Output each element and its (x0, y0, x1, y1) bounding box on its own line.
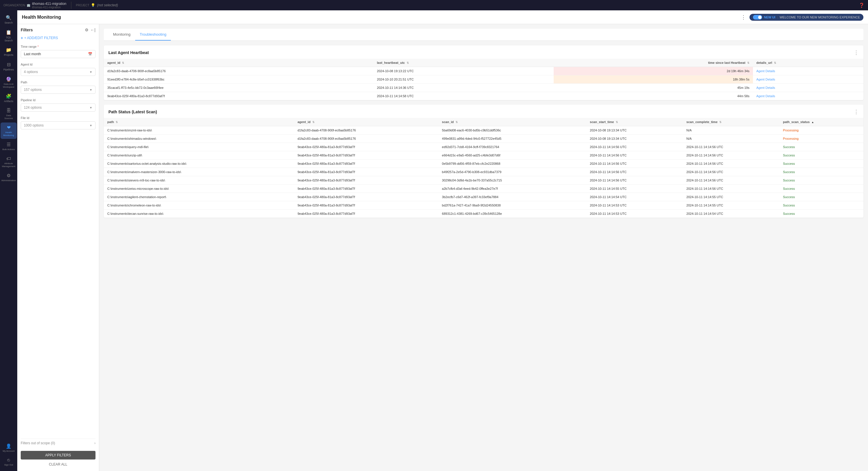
ps-scan-complete: 2024-10-11 14:14:56 UTC (683, 185, 780, 193)
nav-item-search[interactable]: 🔍 Search (1, 13, 17, 27)
nav-item-administration[interactable]: ⚙ Administration (1, 170, 17, 184)
header-menu-icon[interactable]: ⋮ (740, 13, 747, 22)
ps-path: C:\instruments\chromeleon-raw-to-ids\ (104, 201, 294, 210)
help-icon[interactable]: ❓ (859, 3, 865, 8)
pipeline-id-label: Pipeline Id (21, 98, 95, 102)
nav-item-data-ai[interactable]: 🔮 Data & AI Workspace (1, 74, 17, 91)
ps-scan-start: 2024-10-08 19:13:34 UTC (586, 126, 683, 134)
sign-out-icon: ⎋ (7, 458, 10, 463)
heartbeat-section: Last Agent Heartbeat ⋮ agent_id ⇅ last_h… (104, 45, 863, 100)
org-label: ORGANIZATION (3, 4, 25, 7)
ps-scan-status: Success (779, 210, 863, 218)
heartbeat-agent-id: 91eed3f0-e784-4c8e-b5ef-cc01938f63bc (104, 75, 374, 84)
ps-scan-id: 30298c04-3d9d-4a1b-be70-337a55c2c715 (439, 176, 586, 185)
main-wrapper: Health Monitoring ⋮ NEW UI | WELCOME TO … (17, 10, 868, 471)
ps-scan-start: 2024-10-11 14:14:55 UTC (586, 185, 683, 193)
ps-scan-id: 5ba69d08-eac6-4030-bd5b-c9b51ddf536c (439, 126, 586, 134)
nav-label-bulk-actions: Bulk Actions (2, 148, 15, 151)
col-scan-start: scan_start_time ⇅ (586, 118, 683, 126)
heartbeat-utc: 2024-10-10 20:21:51 UTC (374, 75, 554, 84)
table-row: C:\instruments\agilent-chemstation-repor… (104, 193, 863, 201)
filter-collapse-icon[interactable]: ←| (90, 28, 95, 32)
nav-item-data-sources[interactable]: 🗄 Data Sources (1, 106, 17, 122)
body-layout: Filters ⚙ ←| + + ADD/EDIT FILTERS Time r… (17, 24, 868, 471)
tab-monitoring[interactable]: Monitoring (108, 29, 135, 40)
toggle-knob (758, 15, 762, 19)
heartbeat-details-url[interactable]: Agent Details (753, 84, 863, 92)
ps-scan-start: 2024-10-11 14:14:53 UTC (586, 201, 683, 210)
project-icon: 💡 (91, 3, 95, 7)
nav-label-search: Search (5, 21, 13, 25)
heartbeat-utc: 2024-10-08 19:13:22 UTC (374, 67, 554, 75)
heartbeat-details-url[interactable]: Agent Details (753, 75, 863, 84)
file-id-select[interactable]: 1000 options ▼ (21, 121, 95, 129)
nav-item-attribute-management[interactable]: 🏷 Attribute Management (1, 154, 17, 170)
table-row: C:\instruments\sartorius-octet-analysis-… (104, 160, 863, 168)
my-account-icon: 👤 (6, 443, 11, 449)
nav-item-projects[interactable]: 📁 Projects (1, 45, 17, 59)
ps-scan-start: 2024-10-08 19:13:34 UTC (586, 134, 683, 143)
ps-agent-id: 9eab43ce-025f-480a-81a3-8c877d93af7f (294, 210, 438, 218)
ps-path: C:\instruments\query-mdl-file\ (104, 143, 294, 151)
table-row: 91eed3f0-e784-4c8e-b5ef-cc01938f63bc 202… (104, 75, 863, 84)
apply-filters-button[interactable]: APPLY FILTERS (21, 451, 95, 460)
table-row: d1fa2c83-daab-4708-900f-ec8aa5b85176 202… (104, 67, 863, 75)
heartbeat-details-url[interactable]: Agent Details (753, 67, 863, 75)
pipeline-id-select[interactable]: 124 options ▼ (21, 103, 95, 112)
org-name: ithomas-411-migration (32, 2, 66, 6)
toggle-switch[interactable] (753, 15, 762, 20)
org-sub: ithomas-411-migration (32, 6, 66, 9)
main-content: Monitoring Troubleshooting Last Agent He… (99, 24, 868, 471)
nav-item-pipelines[interactable]: ⊟ Pipelines (1, 60, 17, 73)
heartbeat-agent-id: d1fa2c83-daab-4708-900f-ec8aa5b85176 (104, 67, 374, 75)
artifacts-icon: 🧩 (6, 93, 11, 99)
nav-item-sign-out[interactable]: ⎋ Sign Out (1, 455, 17, 469)
calendar-icon: 📅 (88, 52, 92, 56)
col-details: details_url ⇅ (753, 59, 863, 67)
filters-sidebar: Filters ⚙ ←| + + ADD/EDIT FILTERS Time r… (17, 24, 99, 471)
nav-item-artifacts[interactable]: 🧩 Artifacts (1, 91, 17, 105)
nav-label-pipelines: Pipelines (3, 68, 14, 71)
ps-scan-id: 499e0831-a99d-4ded-94c0-f527722e45d5 (439, 134, 586, 143)
filters-out-of-scope[interactable]: Filters out of scope (0) › (21, 439, 95, 447)
heartbeat-details-url[interactable]: Agent Details (753, 92, 863, 100)
ps-agent-id: 9eab43ce-025f-480a-81a3-8c877d93af7f (294, 168, 438, 176)
filters-icons: ⚙ ←| (85, 28, 95, 32)
ps-scan-status: Success (779, 160, 863, 168)
path-status-section-header: Path Status (Latest Scan) ⋮ (104, 105, 863, 118)
ps-scan-start: 2024-10-11 14:14:56 UTC (586, 160, 683, 168)
col-time-since: time since last Heartbeat ⇅ (554, 59, 753, 67)
nav-item-my-account[interactable]: 👤 My Account (1, 441, 17, 455)
ps-scan-status: Processing (779, 126, 863, 134)
nav-label-data-sources: Data Sources (2, 114, 16, 120)
heartbeat-menu-icon[interactable]: ⋮ (854, 50, 859, 56)
nav-item-sql-search[interactable]: 📋 SQL Search (1, 27, 17, 44)
new-ui-message: WELCOME TO OUR NEW MONITORING EXPERIENCE (780, 15, 860, 19)
path-select[interactable]: 157 options ▼ (21, 86, 95, 94)
table-row: C:\instruments\query-mdl-file\ 9eab43ce-… (104, 143, 863, 151)
heartbeat-time-since: 2d 19h 46m 34s (554, 67, 753, 75)
filter-settings-icon[interactable]: ⚙ (85, 28, 89, 32)
ps-scan-id: 689312c1-4381-4269-bd67-c39c5465128e (439, 210, 586, 218)
agent-id-select[interactable]: 4 options ▼ (21, 68, 95, 76)
ps-scan-status: Success (779, 176, 863, 185)
table-row: C:\instruments\chromeleon-raw-to-ids\ 9e… (104, 201, 863, 210)
clear-all-button[interactable]: CLEAR ALL (21, 461, 95, 468)
path-status-menu-icon[interactable]: ⋮ (854, 109, 859, 115)
ps-scan-status: Processing (779, 134, 863, 143)
ps-agent-id: d1fa2c83-daab-4708-900f-ec8aa5b85176 (294, 134, 438, 143)
time-range-select[interactable]: Last month 📅 (21, 50, 95, 58)
ps-scan-complete: 2024-10-11 14:14:56 UTC (683, 151, 780, 160)
new-ui-toggle[interactable]: NEW UI | WELCOME TO OUR NEW MONITORING E… (749, 14, 863, 21)
col-scan-id: scan_id ⇅ (439, 118, 586, 126)
header-actions: ⋮ NEW UI | WELCOME TO OUR NEW MONITORING… (740, 13, 863, 22)
add-icon: + (21, 36, 23, 40)
top-bar-right: ❓ (859, 3, 865, 8)
tab-troubleshooting[interactable]: Troubleshooting (135, 29, 171, 40)
filters-out-of-scope-arrow: › (94, 441, 95, 445)
ps-agent-id: 9eab43ce-025f-480a-81a3-8c877d93af7f (294, 160, 438, 168)
nav-item-health-monitoring[interactable]: ❤ Health Monitoring (1, 123, 17, 139)
page-title: Health Monitoring (22, 15, 737, 20)
nav-item-bulk-actions[interactable]: ☰ Bulk Actions (1, 139, 17, 153)
add-filters-button[interactable]: + + ADD/EDIT FILTERS (21, 36, 95, 40)
